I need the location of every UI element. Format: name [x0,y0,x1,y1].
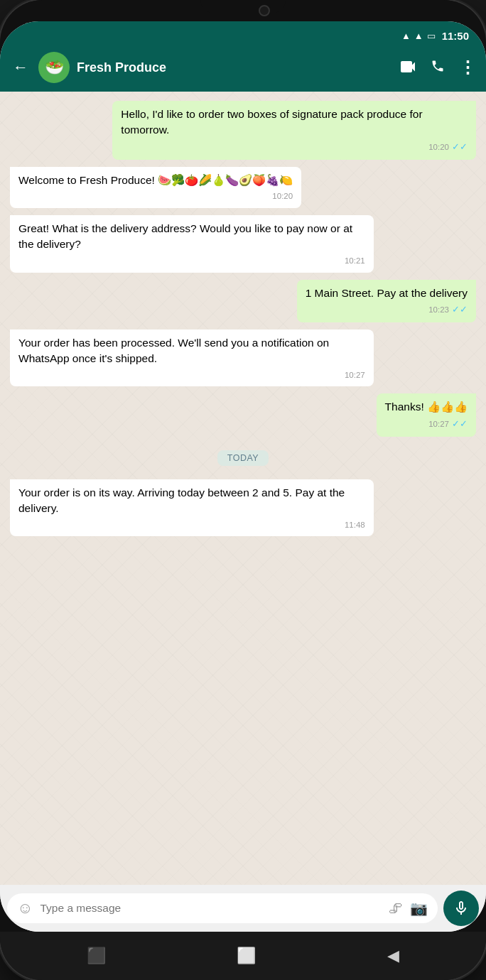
message-bubble-sent: Thanks! 👍👍👍 10:27 ✓✓ [377,393,476,436]
message-time: 10:20 [428,141,449,153]
message-time: 11:48 [345,519,365,531]
message-row: Your order is on its way. Arriving today… [10,479,476,537]
message-text: Great! What is the delivery address? Wou… [18,222,352,250]
phone-frame: ▲ ▲ ▭ 11:50 ← 🥗 Fresh Produce [0,0,486,980]
chat-body: Hello, I'd like to order two boxes of si… [0,92,486,885]
message-row: Thanks! 👍👍👍 10:27 ✓✓ [10,393,476,436]
status-icons: ▲ ▲ ▭ 11:50 [401,30,469,42]
message-row: Hello, I'd like to order two boxes of si… [10,101,476,160]
message-text: Hello, I'd like to order two boxes of si… [121,108,422,136]
double-tick-icon: ✓✓ [452,141,468,154]
double-tick-icon: ✓✓ [452,418,468,431]
message-time: 10:21 [345,255,365,267]
message-meta: 10:27 [18,369,365,381]
message-text: Thanks! 👍👍👍 [385,401,468,413]
signal-icon: ▲ [414,31,423,41]
message-text: Your order has been processed. We'll sen… [18,337,329,364]
nav-recent-button[interactable]: ⬛ [87,947,106,965]
header-actions: ⋮ [401,58,476,77]
nav-back-button[interactable]: ◀ [387,947,399,965]
message-meta: 10:20 ✓✓ [121,141,468,154]
date-divider: TODAY [10,450,476,466]
mic-button[interactable] [443,891,479,926]
battery-icon: ▭ [427,31,436,41]
screen: ▲ ▲ ▭ 11:50 ← 🥗 Fresh Produce [0,21,486,932]
message-bubble-sent: Hello, I'd like to order two boxes of si… [112,101,476,160]
status-time: 11:50 [442,30,469,42]
phone-call-icon[interactable] [431,59,445,77]
message-time: 10:23 [428,304,449,316]
nav-home-button[interactable]: ⬜ [237,947,256,965]
message-text: 1 Main Street. Pay at the delivery [306,287,468,299]
message-bubble-received: Your order is on its way. Arriving today… [10,479,374,537]
message-time: 10:20 [272,190,293,202]
video-call-icon[interactable] [401,60,416,76]
emoji-button[interactable]: ☺ [17,899,33,918]
front-camera [259,5,270,16]
message-time: 10:27 [428,418,449,430]
message-row: 1 Main Street. Pay at the delivery 10:23… [10,280,476,322]
contact-name: Fresh Produce [77,60,394,75]
message-text: Welcome to Fresh Produce! 🍉🥦🍅🌽🍐🍆🥑🍑🍇🍋 [18,174,293,186]
attach-icon[interactable]: 🖇 [389,900,403,917]
message-row: Great! What is the delivery address? Wou… [10,215,476,273]
more-options-icon[interactable]: ⋮ [459,58,476,77]
message-meta: 10:27 ✓✓ [385,418,468,431]
nav-bar: ⬛ ⬜ ◀ [0,932,486,980]
camera-icon[interactable]: 📷 [410,900,428,917]
message-meta: 10:21 [18,255,365,267]
message-meta: 10:20 [18,190,293,202]
top-notch [0,0,486,21]
message-bubble-received: Welcome to Fresh Produce! 🍉🥦🍅🌽🍐🍆🥑🍑🍇🍋 10:… [10,167,301,208]
date-pill: TODAY [217,450,269,466]
message-bubble-received: Great! What is the delivery address? Wou… [10,215,374,273]
message-meta: 10:23 ✓✓ [306,303,468,317]
contact-avatar: 🥗 [38,52,70,83]
mic-icon [453,900,470,917]
message-text: Your order is on its way. Arriving today… [18,486,345,514]
message-bubble-sent: 1 Main Street. Pay at the delivery 10:23… [297,280,476,322]
message-time: 10:27 [345,369,365,381]
back-button[interactable]: ← [10,55,31,80]
status-bar: ▲ ▲ ▭ 11:50 [0,21,486,46]
input-wrapper: ☺ 🖇 📷 [7,893,438,923]
chat-header: ← 🥗 Fresh Produce ⋮ [0,46,486,92]
double-tick-icon: ✓✓ [452,303,468,317]
input-bar: ☺ 🖇 📷 [0,885,486,932]
message-input[interactable] [40,902,382,915]
avatar-emoji: 🥗 [45,58,64,77]
message-row: Welcome to Fresh Produce! 🍉🥦🍅🌽🍐🍆🥑🍑🍇🍋 10:… [10,167,476,208]
message-bubble-received: Your order has been processed. We'll sen… [10,330,374,387]
message-row: Your order has been processed. We'll sen… [10,330,476,387]
message-meta: 11:48 [18,519,365,531]
wifi-icon: ▲ [401,31,411,41]
